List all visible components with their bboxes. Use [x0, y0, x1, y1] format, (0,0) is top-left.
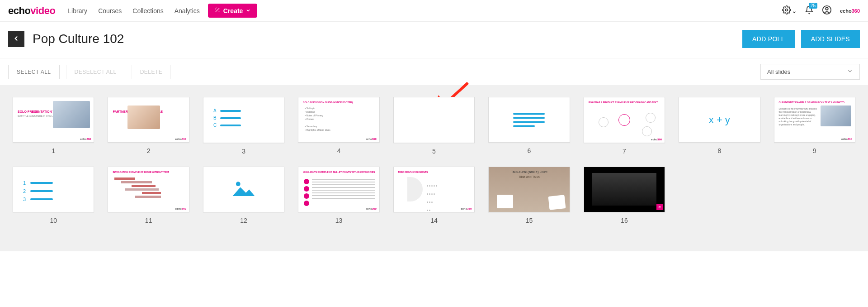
thumb-footer-brand: echo360	[366, 138, 377, 140]
thumb-formula: x + y	[709, 114, 730, 126]
slides-filter-dropdown[interactable]: All slides	[760, 64, 860, 80]
delete-button[interactable]: DELETE	[132, 65, 171, 79]
slide-thumb-3[interactable]: A B C	[203, 97, 284, 143]
slide-cell: OUR IDENTITY EXAMPLE OF HIERARCHY TEXT A…	[774, 97, 855, 155]
thumb-heading: ROADMAP & PRODUCT EXAMPLE OF INFOGRAPHIC…	[589, 101, 658, 104]
slide-cell: 6	[488, 97, 570, 155]
svg-point-5	[236, 182, 241, 187]
nav-courses[interactable]: Courses	[98, 7, 122, 14]
nav-library[interactable]: Library	[68, 7, 87, 14]
slide-number: 8	[717, 147, 721, 154]
slide-number: 6	[528, 147, 531, 154]
filter-label: All slides	[767, 68, 790, 75]
thumb-footer-brand: echo360	[651, 138, 662, 141]
thumb-bullets: • Subtopic• Detailed• Notes of Primary• …	[305, 106, 330, 132]
slide-number: 12	[240, 217, 247, 224]
account-button[interactable]	[822, 5, 832, 16]
slide-thumb-16[interactable]: e	[584, 167, 665, 213]
mini-brand: echo360	[840, 8, 860, 14]
slides-toolbar: SELECT ALL DESELECT ALL DELETE All slide…	[0, 58, 868, 85]
primary-nav: Library Courses Collections Analytics	[68, 7, 199, 14]
diagram-center-node-icon	[618, 114, 630, 126]
slide-cell: e 16	[584, 167, 665, 225]
slide-cell: SOLO DISCUSSION GUIDE (NOTICE FOOTER) • …	[298, 97, 379, 155]
slide-thumb-11[interactable]: INTEGRATION EXAMPLE OF IMAGE WITHOUT TEX…	[108, 167, 189, 212]
slide-thumb-13[interactable]: HIGHLIGHTS EXAMPLE OF BULLET POINTS WITH…	[298, 167, 379, 212]
slide-thumb-8[interactable]: x + y	[679, 97, 760, 143]
slide-thumb-4[interactable]: SOLO DISCUSSION GUIDE (NOTICE FOOTER) • …	[298, 97, 379, 143]
thumb-heading: INTEGRATION EXAMPLE OF IMAGE WITHOUT TEX…	[113, 171, 169, 173]
thumb-heading: HIGHLIGHTS EXAMPLE OF BULLET POINTS WITH…	[303, 171, 375, 173]
slide-cell: 5	[393, 97, 475, 155]
back-button[interactable]	[8, 31, 24, 47]
slide-thumb-12[interactable]	[203, 167, 284, 213]
thumb-video-frame-icon	[592, 173, 657, 206]
slide-thumb-15[interactable]: Talo-cural (ankle) Joint Tibia and Talus	[488, 167, 570, 212]
slide-thumb-1[interactable]: SOLO PRESENTATION TITLE SUBTITLE GOES HE…	[13, 97, 94, 143]
slide-number: 11	[145, 217, 152, 224]
slide-number: 5	[432, 148, 436, 155]
chevron-down-icon	[792, 9, 797, 16]
chevron-down-icon	[245, 7, 251, 14]
add-poll-button[interactable]: ADD POLL	[742, 30, 795, 48]
top-nav-right: 25 echo360	[782, 5, 860, 16]
top-nav: echovideo Library Courses Collections An…	[0, 0, 868, 22]
thumb-lines-icon	[312, 177, 374, 201]
slide-thumb-9[interactable]: OUR IDENTITY EXAMPLE OF HIERARCHY TEXT A…	[774, 97, 855, 143]
title-bar: Pop Culture 102 ADD POLL ADD SLIDES	[0, 22, 868, 58]
thumb-dots-icon	[426, 181, 438, 213]
thumb-abc-list: A B C	[213, 107, 241, 129]
slide-number: 15	[526, 217, 533, 224]
slide-cell: A B C 3	[203, 97, 284, 155]
slide-thumb-14[interactable]: MISC GRAPHIC ELEMENTS echo360	[393, 167, 475, 213]
notification-badge: 25	[809, 3, 817, 9]
slide-thumb-5[interactable]	[393, 97, 475, 143]
image-placeholder-icon	[230, 178, 257, 200]
slide-thumb-7[interactable]: ROADMAP & PRODUCT EXAMPLE OF INFOGRAPHIC…	[584, 97, 665, 143]
create-button[interactable]: Create	[208, 4, 258, 18]
thumb-footer-brand: echo360	[461, 207, 472, 210]
slide-number: 2	[147, 147, 151, 154]
thumb-video-badge-icon: e	[656, 204, 663, 210]
create-label: Create	[223, 7, 243, 14]
thumb-inset-image-icon	[497, 195, 513, 208]
thumb-photo-icon	[53, 101, 90, 128]
slide-thumb-2[interactable]: PARTNER PRESENTATION TITLE echo360	[108, 97, 189, 143]
thumb-footer-brand: echo360	[366, 207, 377, 210]
select-all-button[interactable]: SELECT ALL	[8, 65, 60, 79]
thumb-heading: MISC GRAPHIC ELEMENTS	[398, 171, 428, 173]
slide-cell: INTEGRATION EXAMPLE OF IMAGE WITHOUT TEX…	[108, 167, 189, 225]
thumb-footer-brand: echo360	[80, 138, 91, 140]
thumb-inset-image-icon	[548, 195, 566, 210]
slide-thumb-10[interactable]: 1 2 3	[13, 167, 94, 212]
thumb-photo-icon	[821, 106, 851, 126]
thumb-halfcircle-icon	[407, 177, 423, 201]
slide-number: 7	[623, 148, 626, 155]
thumb-gantt-icon	[114, 176, 182, 199]
brand-logo[interactable]: echovideo	[8, 5, 55, 17]
settings-button[interactable]	[782, 5, 797, 16]
slide-thumb-6[interactable]	[488, 97, 570, 143]
slide-number: 16	[621, 217, 628, 224]
slide-number: 13	[335, 217, 343, 224]
user-circle-icon	[822, 10, 832, 16]
slide-number: 14	[430, 217, 438, 224]
wand-icon	[214, 7, 221, 14]
nav-collections[interactable]: Collections	[132, 7, 163, 14]
thumb-footer-brand: echo360	[175, 138, 186, 140]
thumb-heading: SOLO DISCUSSION GUIDE (NOTICE FOOTER)	[303, 101, 353, 104]
svg-marker-6	[233, 187, 255, 197]
thumb-title: Talo-cural (ankle) Joint	[489, 170, 569, 174]
thumb-numbered-list: 1 2 3	[23, 179, 53, 203]
thumb-photo-icon	[127, 106, 160, 129]
arrow-left-icon	[12, 34, 20, 44]
deselect-all-button[interactable]: DESELECT ALL	[66, 65, 125, 79]
svg-point-2	[826, 8, 828, 10]
gear-icon	[782, 9, 793, 16]
nav-analytics[interactable]: Analytics	[175, 7, 200, 14]
add-slides-button[interactable]: ADD SLIDES	[801, 30, 860, 48]
thumb-footer-brand: echo360	[841, 138, 852, 140]
thumb-body-text: Echo360 is the innovator who enables the…	[779, 107, 819, 126]
slide-cell: Talo-cural (ankle) Joint Tibia and Talus…	[488, 167, 570, 225]
notifications-button[interactable]: 25	[805, 5, 814, 16]
